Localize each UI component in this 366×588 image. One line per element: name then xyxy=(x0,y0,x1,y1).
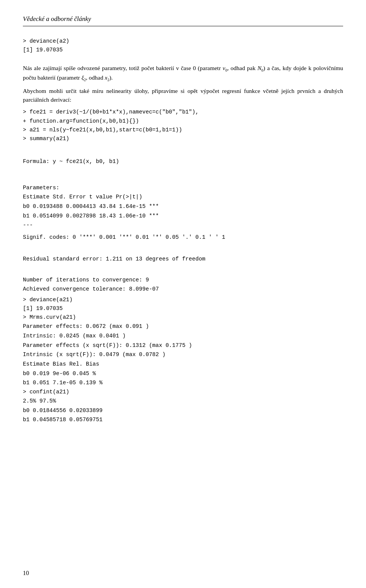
header-title: Vědecké a odborné články xyxy=(23,15,91,22)
summary-cmd: > summary(a21) xyxy=(23,134,343,143)
fce21-cmd2: + function.arg=function(x,b0,b1){}) xyxy=(23,117,343,126)
abychom-paragraph: Abychom mohli určit také míru nelinearit… xyxy=(23,86,343,104)
signif-line: Signif. codes: 0 '***' 0.001 '**' 0.01 '… xyxy=(23,233,343,242)
a21-cmd: > a21 = nls(y~fce21(x,b0,b1),start=c(b0=… xyxy=(23,126,343,134)
bias-header: Estimate Bias Rel. Bias xyxy=(23,360,343,369)
dashes: --- xyxy=(23,220,343,230)
iterations-block: Number of iterations to convergence: 9 A… xyxy=(23,275,343,294)
deviance-a2-result: [1] 19.07035 xyxy=(23,46,343,54)
page-footer: 10 xyxy=(23,570,29,577)
confint-header: 2.5% 97.5% xyxy=(23,396,343,406)
deviance-a2-command: > deviance(a2) xyxy=(23,37,343,46)
b1-bias: b1 0.051 7.1e-05 0.139 % xyxy=(23,378,343,388)
intro-paragraph: Nás ale zajímají spíše odvozené parametr… xyxy=(23,64,343,83)
param-effects-line: Parameter effects: 0.0672 (max 0.091 ) xyxy=(23,322,343,331)
params-block: Parameters: Estimate Std. Error t value … xyxy=(23,183,343,230)
confint-block: 2.5% 97.5% b0 0.01844556 0.02033899 b1 0… xyxy=(23,396,343,425)
param-effects-sqrt: Parameter effects (x sqrt(F)): 0.1312 (m… xyxy=(23,341,343,350)
mrms-block: Parameter effects: 0.0672 (max 0.091 ) I… xyxy=(23,322,343,387)
page-header: Vědecké a odborné články xyxy=(23,15,343,26)
intrinsic-sqrt: Intrinsic (x sqrt(F)): 0.0479 (max 0.078… xyxy=(23,350,343,360)
iterations-line2: Achieved convergence tolerance: 8.099e-0… xyxy=(23,284,343,294)
page-number: 10 xyxy=(23,570,29,576)
b0-bias: b0 0.019 9e-06 0.045 % xyxy=(23,369,343,379)
page: Vědecké a odborné články > deviance(a2) … xyxy=(0,0,366,588)
residual-line: Residual standard error: 1.211 on 13 deg… xyxy=(23,254,343,265)
deviance-a21-cmd: > deviance(a21) xyxy=(23,296,343,304)
b0-row: b0 0.0193488 0.0004413 43.84 1.64e-15 **… xyxy=(23,202,343,211)
intrinsic-line: Intrinsic: 0.0245 (max 0.0401 ) xyxy=(23,331,343,341)
params-header-label: Parameters: xyxy=(23,183,343,193)
confint-cmd: > confint(a21) xyxy=(23,388,343,396)
b0-confint: b0 0.01844556 0.02033899 xyxy=(23,406,343,415)
params-columns: Estimate Std. Error t value Pr(>|t|) xyxy=(23,192,343,202)
b1-row: b1 0.0514099 0.0027898 18.43 1.06e-10 **… xyxy=(23,211,343,221)
mrms-cmd: > Mrms.curv(a21) xyxy=(23,313,343,322)
b1-confint: b1 0.04585718 0.05769751 xyxy=(23,415,343,425)
iterations-line1: Number of iterations to convergence: 9 xyxy=(23,275,343,285)
main-content: > deviance(a2) [1] 19.07035 Nás ale zají… xyxy=(23,37,343,425)
formula-block: Formula: y ~ fce21(x, b0, b1) xyxy=(23,157,343,166)
deviance-a21-result: [1] 19.07035 xyxy=(23,304,343,313)
fce21-cmd1: > fce21 = deriv3(~1/(b0+b1*x*x),namevec=… xyxy=(23,108,343,117)
